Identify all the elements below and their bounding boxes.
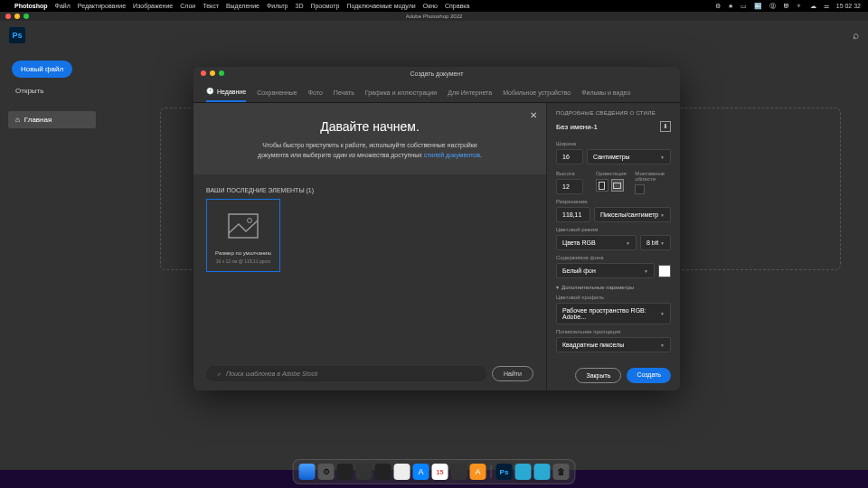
dock-terminal-icon[interactable] [337,464,354,480]
search-icon[interactable]: ⌕ [853,29,859,42]
dialog-close-icon[interactable] [201,70,206,76]
dialog-maximize-icon[interactable] [219,70,224,76]
create-button[interactable]: Создать [627,368,671,383]
dock-app-icon[interactable] [356,464,373,480]
color-mode-select[interactable]: Цвета RGB▼ [556,235,637,250]
new-file-button[interactable]: Новый файл [12,61,72,78]
orient-portrait-button[interactable] [596,179,609,192]
menu-layers[interactable]: Слои [180,3,195,9]
doc-name-field[interactable]: Без имени-1 [556,123,660,131]
control-center-icon[interactable]: ⚌ [824,3,829,10]
status-icon[interactable]: ⓖ [769,2,776,11]
menu-plugins[interactable]: Подключаемые модули [346,3,415,9]
dock-folder-icon[interactable] [534,464,551,480]
tab-mobile[interactable]: Мобильное устройство [503,83,571,102]
menu-select[interactable]: Выделение [226,3,259,9]
width-input[interactable]: 16 [556,149,583,164]
cloud-icon[interactable]: ☁ [810,3,816,10]
dock-folder-icon[interactable] [515,464,532,480]
battery-icon[interactable]: ▭ [741,3,747,10]
artboards-label: Монтажные области [635,171,671,182]
preset-card[interactable]: Размер по умолчанию 16 x 12 см @ 118,11 … [206,199,280,272]
hero-close-icon[interactable]: ✕ [530,110,537,120]
window-close-icon[interactable] [5,14,11,19]
hero-link[interactable]: стилей документов [424,152,480,158]
dock-app-icon[interactable] [451,464,467,480]
tab-web[interactable]: Для Интернета [448,83,492,102]
ps-logo-icon[interactable]: Ps [9,27,25,43]
dock-app-icon[interactable]: A [470,464,486,480]
menu-window[interactable]: Окно [423,3,438,9]
svg-point-1 [248,219,252,223]
menu-view[interactable]: Просмотр [310,3,339,9]
dock-trash-icon[interactable]: 🗑 [553,464,570,480]
tab-saved[interactable]: Сохраненные [257,83,297,102]
pixel-value: Квадратные пикселы [562,342,624,348]
window-minimize-icon[interactable] [14,14,20,19]
tab-recent[interactable]: 🕑Недавние [206,83,246,102]
pixel-aspect-select[interactable]: Квадратные пикселы▼ [556,337,671,352]
profile-select[interactable]: Рабочее пространство RGB: Adobe...▼ [556,303,671,324]
lang-icon[interactable]: 🔤 [754,3,762,10]
hero-title: Давайте начнем. [222,119,517,134]
orient-landscape-button[interactable] [611,179,624,192]
status-icon[interactable]: ★ [728,3,733,10]
wifi-icon[interactable]: ᯤ [797,3,803,9]
close-button[interactable]: Закрыть [575,368,621,383]
color-value: Цвета RGB [562,239,596,246]
menu-image[interactable]: Изображение [133,3,173,9]
bit-value: 8 bit [646,239,658,246]
window-maximize-icon[interactable] [24,14,29,19]
dialog-left-pane: ✕ Давайте начнем. Чтобы быстро приступит… [193,103,546,390]
height-input[interactable]: 12 [556,179,583,194]
menu-3d[interactable]: 3D [295,3,303,9]
res-input[interactable]: 118,11 [556,207,590,222]
unit-select[interactable]: Сантиметры▼ [587,149,671,164]
new-document-dialog: Создать документ 🕑Недавние Сохраненные Ф… [193,67,680,390]
dock-appstore-icon[interactable]: A [413,464,429,480]
dialog-details-pane: ПОДРОБНЫЕ СВЕДЕНИЯ О СТИЛЕ Без имени-1 ⬇… [546,103,680,390]
save-preset-icon[interactable]: ⬇ [660,121,671,132]
open-link[interactable]: Открыть [15,87,99,95]
menubar-clock[interactable]: 15 02 32 [836,3,861,9]
menu-filter[interactable]: Фильтр [267,3,288,9]
dock-finder-icon[interactable] [299,464,316,480]
dock-calendar-icon[interactable]: 15 [432,464,448,480]
tab-art[interactable]: Графика и иллюстрации [365,83,437,102]
menu-text[interactable]: Текст [203,3,219,9]
unit-value: Сантиметры [593,154,630,160]
home-nav-item[interactable]: ⌂ Главная [8,111,96,128]
search-icon: ⌕ [217,371,221,377]
profile-label: Цветовой профиль [556,295,671,300]
bg-color-swatch[interactable] [658,265,671,277]
menu-help[interactable]: Справка [445,3,469,9]
res-unit-select[interactable]: Пикселы/сантиметр▼ [594,207,671,222]
shield-icon[interactable]: ⛨ [783,3,789,9]
tab-print[interactable]: Печать [334,83,354,102]
bit-depth-select[interactable]: 8 bit▼ [640,235,671,250]
dock-app-icon[interactable] [375,464,392,480]
dock-app-icon[interactable] [394,464,410,480]
status-icon[interactable]: ⚙ [715,3,721,10]
artboards-checkbox[interactable] [635,184,645,194]
menu-file[interactable]: Файл [55,3,71,9]
color-label: Цветовой режим [556,227,671,232]
res-unit-value: Пикселы/сантиметр [600,211,658,218]
bg-select[interactable]: Белый фон▼ [556,263,655,278]
find-button[interactable]: Найти [492,366,533,381]
dock-photoshop-icon[interactable]: Ps [496,464,513,480]
tab-photo[interactable]: Фото [308,83,323,102]
dialog-minimize-icon[interactable] [210,70,215,76]
home-label: Главная [24,116,52,124]
dock-settings-icon[interactable]: ⚙ [318,464,335,480]
menu-edit[interactable]: Редактирование [78,3,126,9]
clock-icon: 🕑 [206,88,214,95]
pixel-label: Попиксельная пропорция [556,329,671,334]
dialog-title: Создать документ [410,70,464,77]
macos-dock: ⚙ A 15 A Ps 🗑 [293,459,576,484]
stock-search-input[interactable]: ⌕ Поиск шаблонов в Adobe Stock [206,366,486,381]
tab-label: Недавние [217,89,246,95]
tab-film[interactable]: Фильмы и видео [581,83,630,102]
menubar-app[interactable]: Photoshop [14,3,48,9]
advanced-toggle[interactable]: ▾Дополнительные параметры [556,284,671,290]
